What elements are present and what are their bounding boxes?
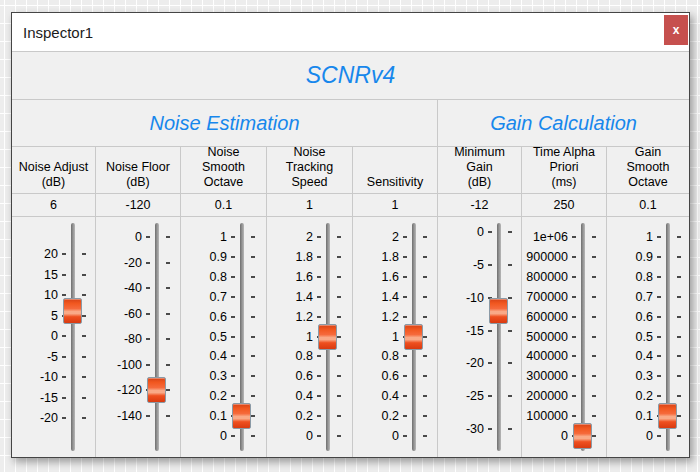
tick-mark <box>166 313 170 315</box>
tick-mark <box>572 296 576 298</box>
tick-mark <box>488 428 492 430</box>
tick-mark <box>572 415 576 417</box>
slider-handle-noise-smooth-octave[interactable] <box>232 403 251 429</box>
tick-mark <box>403 256 407 258</box>
tick-mark <box>62 417 66 419</box>
tick-mark <box>82 315 86 317</box>
tick-label: 0.2 <box>181 390 227 402</box>
slider-handle-minimum-gain[interactable] <box>489 298 508 324</box>
tick-label: 300000 <box>522 370 568 382</box>
tick-mark <box>337 415 341 417</box>
tick-mark <box>251 296 255 298</box>
tick-mark <box>677 355 681 357</box>
tick-mark <box>62 294 66 296</box>
tick-mark <box>82 356 86 358</box>
tick-mark <box>62 397 66 399</box>
tick-mark <box>423 236 427 238</box>
slider-track-minimum-gain[interactable] <box>497 223 501 451</box>
column-value-noise-adjust: 6 <box>12 194 95 217</box>
tick-mark <box>488 330 492 332</box>
slider-track-time-alpha-priori[interactable] <box>581 223 585 451</box>
tick-mark <box>146 262 150 264</box>
slider-handle-noise-tracking-speed[interactable] <box>318 324 337 350</box>
tick-mark <box>337 256 341 258</box>
tick-label: 600000 <box>522 311 568 323</box>
tick-mark <box>231 296 235 298</box>
title-bar[interactable]: Inspector1 x <box>12 13 689 52</box>
tick-mark <box>508 395 512 397</box>
tick-mark <box>677 415 681 417</box>
tick-mark <box>657 355 661 357</box>
column-header-noise-tracking-speed: Noise Tracking Speed <box>267 147 352 194</box>
tick-label: 0.8 <box>353 350 399 362</box>
tick-mark <box>508 297 512 299</box>
section-header-gain-calculation: Gain Calculation <box>438 100 689 146</box>
tick-label: 0.5 <box>181 331 227 343</box>
tick-mark <box>337 435 341 437</box>
tick-mark <box>572 316 576 318</box>
slider-handle-noise-floor[interactable] <box>147 377 166 403</box>
tick-label: -5 <box>438 259 484 271</box>
tick-mark <box>657 276 661 278</box>
slider-handle-sensitivity[interactable] <box>404 324 423 350</box>
tick-label: 700000 <box>522 291 568 303</box>
tick-mark <box>572 375 576 377</box>
slider-minimum-gain: 0-5-10-15-20-25-30 <box>438 217 521 457</box>
tick-mark <box>231 435 235 437</box>
slider-handle-noise-adjust[interactable] <box>63 298 82 324</box>
column-value-noise-tracking-speed: 1 <box>267 194 352 217</box>
tick-label: 900000 <box>522 251 568 263</box>
tick-label: 0.2 <box>353 410 399 422</box>
tick-mark <box>166 262 170 264</box>
tick-mark <box>592 236 596 238</box>
tick-label: 0 <box>96 231 142 243</box>
tick-mark <box>677 296 681 298</box>
tick-label: 1.8 <box>353 251 399 263</box>
tick-mark <box>231 256 235 258</box>
tick-mark <box>82 294 86 296</box>
tick-mark <box>592 256 596 258</box>
tick-label: -25 <box>438 390 484 402</box>
tick-mark <box>572 276 576 278</box>
tick-mark <box>592 375 596 377</box>
column-header-noise-adjust: Noise Adjust (dB) <box>12 147 95 194</box>
slider-track-noise-floor[interactable] <box>155 223 159 451</box>
slider-handle-gain-smooth-octave[interactable] <box>658 403 677 429</box>
tick-mark <box>317 256 321 258</box>
tick-mark <box>337 276 341 278</box>
tick-mark <box>62 356 66 358</box>
tick-mark <box>677 276 681 278</box>
slider-column-noise-smooth-octave: Noise Smooth Octave0.110.90.80.70.60.50.… <box>181 147 267 457</box>
tick-mark <box>231 236 235 238</box>
tick-label: 0.6 <box>607 311 653 323</box>
tick-mark <box>423 355 427 357</box>
slider-handle-time-alpha-priori[interactable] <box>573 423 592 449</box>
slider-track-noise-adjust[interactable] <box>71 223 75 451</box>
tick-mark <box>592 316 596 318</box>
tick-label: 0 <box>607 430 653 442</box>
tick-mark <box>317 435 321 437</box>
tick-mark <box>677 395 681 397</box>
tick-label: 100000 <box>522 410 568 422</box>
tick-label: 0.7 <box>607 291 653 303</box>
tick-label: -15 <box>438 325 484 337</box>
slider-noise-smooth-octave: 10.90.80.70.60.50.40.30.20.10 <box>181 217 266 457</box>
tick-mark <box>657 296 661 298</box>
tick-mark <box>337 236 341 238</box>
tick-mark <box>251 276 255 278</box>
tick-mark <box>337 355 341 357</box>
tick-label: 0.1 <box>607 410 653 422</box>
tick-mark <box>423 316 427 318</box>
tick-label: 2 <box>267 231 313 243</box>
tick-mark <box>231 316 235 318</box>
tick-mark <box>423 296 427 298</box>
close-button[interactable]: x <box>664 15 688 45</box>
tick-label: -60 <box>96 308 142 320</box>
tick-label: -20 <box>12 412 58 424</box>
tick-label: 0 <box>522 430 568 442</box>
plugin-title-row: SCNRv4 <box>12 52 689 100</box>
tick-label: 1 <box>267 331 313 343</box>
tick-label: -30 <box>438 423 484 435</box>
tick-label: 1.6 <box>267 271 313 283</box>
tick-mark <box>146 313 150 315</box>
